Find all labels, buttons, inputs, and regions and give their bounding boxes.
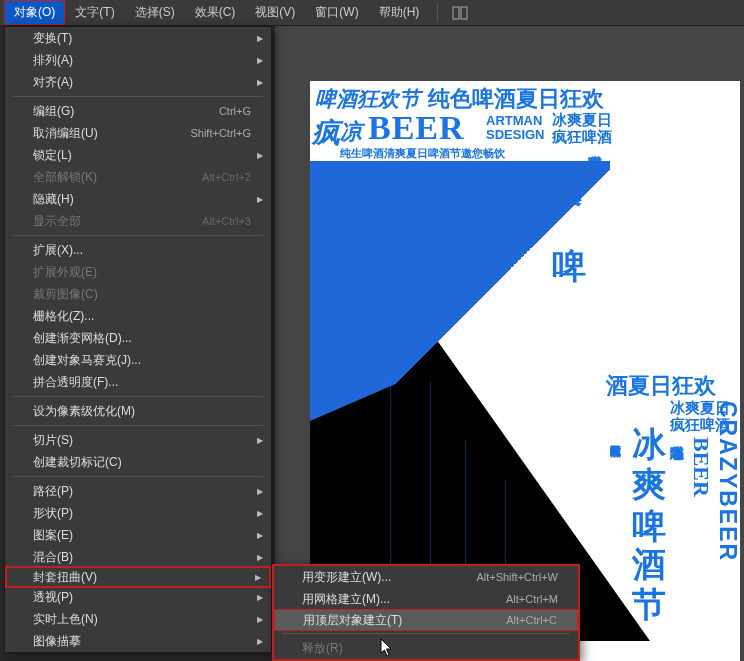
menu-item-label: 扩展外观(E): [33, 264, 97, 281]
menu-item-label: 裁剪图像(C): [33, 286, 98, 303]
art-text: 凉: [340, 117, 362, 147]
envelope-distort-submenu: 用变形建立(W)...Alt+Shift+Ctrl+W用网格建立(M)...Al…: [272, 564, 580, 661]
menu-item-shortcut: Alt+Ctrl+3: [202, 215, 251, 227]
submenu-item[interactable]: 用变形建立(W)...Alt+Shift+Ctrl+W: [274, 566, 578, 588]
menu-item[interactable]: 取消编组(U)Shift+Ctrl+G: [5, 122, 271, 144]
menu-item[interactable]: 栅格化(Z)...: [5, 305, 271, 327]
menu-item-label: 取消编组(U): [33, 125, 98, 142]
menu-item[interactable]: 编组(G)Ctrl+G: [5, 100, 271, 122]
menu-separator: [13, 235, 263, 236]
menu-item[interactable]: 实时上色(N): [5, 608, 271, 630]
menubar-object[interactable]: 对象(O): [4, 0, 65, 25]
menu-item-label: 用变形建立(W)...: [302, 569, 391, 586]
menu-item-label: 变换(T): [33, 30, 72, 47]
menubar-view[interactable]: 视图(V): [245, 0, 305, 25]
menu-item-label: 创建渐变网格(D)...: [33, 330, 132, 347]
menu-item-label: 切片(S): [33, 432, 73, 449]
menu-item-label: 用顶层对象建立(T): [303, 612, 402, 629]
menu-item-label: 图像描摹: [33, 633, 81, 650]
menubar-effect[interactable]: 效果(C): [185, 0, 246, 25]
menu-item-shortcut: Shift+Ctrl+G: [190, 127, 251, 139]
art-text: 疯狂啤酒: [552, 128, 612, 147]
menu-separator: [282, 633, 570, 634]
menubar-select[interactable]: 选择(S): [125, 0, 185, 25]
menu-item[interactable]: 设为像素级优化(M): [5, 400, 271, 422]
menu-item[interactable]: 形状(P): [5, 502, 271, 524]
art-text: ARTMAN: [486, 113, 542, 128]
art-text: 酒夏日狂欢: [606, 371, 716, 401]
menu-item-label: 锁定(L): [33, 147, 72, 164]
menu-item-shortcut: Ctrl+G: [219, 105, 251, 117]
menu-item[interactable]: 切片(S): [5, 429, 271, 451]
menu-item[interactable]: 混合(B): [5, 546, 271, 568]
mouse-cursor-icon: [380, 638, 394, 658]
menu-item-label: 对齐(A): [33, 74, 73, 91]
menu-item-label: 全部解锁(K): [33, 169, 97, 186]
menu-item: 显示全部Alt+Ctrl+3: [5, 210, 271, 232]
menu-item-label: 栅格化(Z)...: [33, 308, 94, 325]
art-text: BEER: [688, 437, 714, 497]
menu-item-label: 用网格建立(M)...: [302, 591, 390, 608]
menu-item[interactable]: 图案(E): [5, 524, 271, 546]
menu-separator: [13, 396, 263, 397]
menu-item-label: 混合(B): [33, 549, 73, 566]
menu-separator: [13, 96, 263, 97]
svg-rect-0: [453, 7, 459, 19]
menu-item[interactable]: 排列(A): [5, 49, 271, 71]
menu-item-label: 设为像素级优化(M): [33, 403, 135, 420]
menu-item-label: 实时上色(N): [33, 611, 98, 628]
menu-item: 裁剪图像(C): [5, 283, 271, 305]
menu-item-label: 形状(P): [33, 505, 73, 522]
menu-item-shortcut: Alt+Shift+Ctrl+W: [476, 571, 558, 583]
menu-item-label: 封套扭曲(V): [33, 569, 97, 586]
art-text: SDESIGN: [486, 127, 545, 142]
menubar: 对象(O) 文字(T) 选择(S) 效果(C) 视图(V) 窗口(W) 帮助(H…: [0, 0, 744, 26]
menu-item[interactable]: 路径(P): [5, 480, 271, 502]
menu-item: 全部解锁(K)Alt+Ctrl+2: [5, 166, 271, 188]
menu-item[interactable]: 隐藏(H): [5, 188, 271, 210]
art-text: 疯: [312, 114, 340, 152]
submenu-item[interactable]: 用网格建立(M)...Alt+Ctrl+M: [274, 588, 578, 610]
menu-item[interactable]: 创建渐变网格(D)...: [5, 327, 271, 349]
menu-item-label: 编组(G): [33, 103, 74, 120]
menubar-type[interactable]: 文字(T): [65, 0, 124, 25]
menu-item[interactable]: 封套扭曲(V): [5, 566, 271, 588]
art-text: BEER: [368, 109, 465, 147]
menu-item[interactable]: 创建裁切标记(C): [5, 451, 271, 473]
menu-item[interactable]: 对齐(A): [5, 71, 271, 93]
menubar-help[interactable]: 帮助(H): [369, 0, 430, 25]
menu-item[interactable]: 拼合透明度(F)...: [5, 371, 271, 393]
menu-item-shortcut: Alt+Ctrl+C: [506, 614, 557, 626]
menu-item[interactable]: 透视(P): [5, 586, 271, 608]
menu-item-shortcut: Alt+Ctrl+M: [506, 593, 558, 605]
menu-separator: [13, 476, 263, 477]
arrange-docs-icon[interactable]: [452, 5, 468, 21]
object-menu: 变换(T)排列(A)对齐(A)编组(G)Ctrl+G取消编组(U)Shift+C…: [4, 26, 272, 653]
menu-item[interactable]: 创建对象马赛克(J)...: [5, 349, 271, 371]
menu-item-label: 显示全部: [33, 213, 81, 230]
menu-item-label: 隐藏(H): [33, 191, 74, 208]
menu-item[interactable]: 扩展(X)...: [5, 239, 271, 261]
menu-item-shortcut: Alt+Ctrl+2: [202, 171, 251, 183]
menu-item-label: 创建对象马赛克(J)...: [33, 352, 141, 369]
menu-item-label: 扩展(X)...: [33, 242, 83, 259]
menu-item-label: 透视(P): [33, 589, 73, 606]
art-text: CRAZYBEER: [714, 401, 741, 562]
menu-item: 扩展外观(E): [5, 261, 271, 283]
menu-separator: [13, 425, 263, 426]
menubar-window[interactable]: 窗口(W): [305, 0, 368, 25]
art-text: 纯生啤酒清爽夏日啤酒节邀您畅饮: [340, 146, 505, 161]
menu-item[interactable]: 锁定(L): [5, 144, 271, 166]
submenu-item[interactable]: 用顶层对象建立(T)Alt+Ctrl+C: [274, 609, 578, 631]
menu-item-label: 拼合透明度(F)...: [33, 374, 118, 391]
menu-item[interactable]: 图像描摹: [5, 630, 271, 652]
menu-item-label: 排列(A): [33, 52, 73, 69]
menu-item-label: 创建裁切标记(C): [33, 454, 122, 471]
menu-item-label: 路径(P): [33, 483, 73, 500]
menu-item[interactable]: 变换(T): [5, 27, 271, 49]
submenu-item: 释放(R): [274, 637, 578, 659]
menubar-separator: [437, 4, 438, 22]
svg-rect-1: [461, 7, 467, 19]
menu-item-label: 图案(E): [33, 527, 73, 544]
menu-item-label: 释放(R): [302, 640, 343, 657]
